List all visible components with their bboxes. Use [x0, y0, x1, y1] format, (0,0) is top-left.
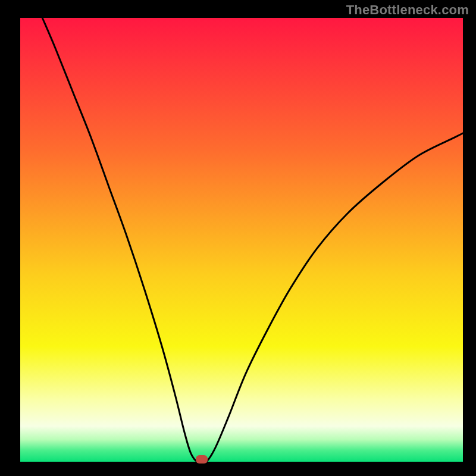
plot-area [20, 18, 463, 462]
chart-frame: TheBottleneck.com [0, 0, 476, 476]
minimum-marker [196, 455, 208, 464]
bottleneck-chart [0, 0, 476, 476]
watermark-text: TheBottleneck.com [346, 2, 469, 18]
